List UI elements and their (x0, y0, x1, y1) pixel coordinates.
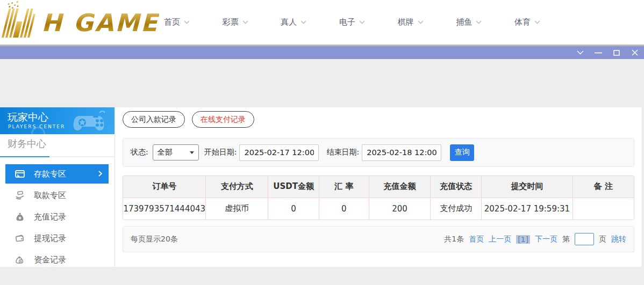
cell-submit-time: 2025-02-17 19:59:31 (482, 198, 573, 220)
total-count-text: 共1条 (444, 235, 464, 244)
table-header-row: 订单号 支付方式 USDT金额 汇 率 充值金额 充值状态 提交时间 备 注 (123, 176, 634, 198)
page-size-text: 每页显示20条 (131, 235, 178, 244)
prev-page-link[interactable]: 上一页 (489, 235, 511, 244)
record-tabs: 公司入款记录 在线支付记录 (123, 111, 254, 128)
tab-company-deposit-records[interactable]: 公司入款记录 (123, 111, 185, 128)
sidebar-divider (115, 107, 115, 267)
sidebar-item-funds-records[interactable]: $ 资金记录 (5, 250, 109, 269)
chevron-down-icon (418, 20, 424, 24)
nav-item-cards[interactable]: 棋牌 (398, 17, 424, 27)
sidebar-item-label: 资金记录 (34, 255, 66, 265)
window-titlebar (0, 46, 644, 59)
jump-page-input[interactable] (575, 233, 594, 245)
window-controls (576, 46, 639, 59)
logo-text: H GAME (41, 9, 159, 37)
sidebar-menu: 存款专区 取款专区 ¥ 充值记录 提现 (5, 164, 109, 272)
cell-payment-method: 虚拟币 (206, 198, 268, 220)
cell-recharge-status: 支付成功 (431, 198, 482, 220)
section-underline-accent (0, 156, 49, 157)
wallet-icon (15, 233, 25, 243)
cell-recharge-amount: 200 (369, 198, 431, 220)
sidebar-item-withdraw[interactable]: 取款专区 (5, 186, 109, 205)
nav-item-label: 棋牌 (398, 17, 414, 27)
maximize-icon (613, 50, 620, 56)
deposit-card-icon (15, 169, 25, 179)
query-button[interactable]: 查询 (450, 144, 474, 161)
nav-item-label: 电子 (339, 17, 355, 27)
close-button[interactable] (631, 49, 639, 56)
sidebar-item-withdrawal-records[interactable]: 提现记录 (5, 229, 109, 248)
col-submit-time: 提交时间 (482, 176, 573, 198)
players-center-banner: 玩家中心 PLAYERS CENTER (0, 107, 115, 134)
start-date-label: 开始日期: (204, 148, 237, 157)
status-select[interactable]: 全部 (153, 144, 199, 160)
col-exchange-rate: 汇 率 (319, 176, 369, 198)
logo-bars-decoration (2, 8, 41, 38)
nav-item-label: 捕鱼 (456, 17, 472, 27)
brand-logo[interactable]: H GAME (5, 5, 159, 40)
main-nav: 首页 彩票 真人 电子 棋牌 捕鱼 (164, 0, 540, 45)
minimize-icon (595, 52, 602, 54)
nav-item-label: 彩票 (223, 17, 239, 27)
filter-bar: 状态: 全部 开始日期: 结束日期: 查询 (123, 138, 634, 167)
close-icon (632, 49, 638, 56)
sidebar-item-label: 存款专区 (34, 169, 66, 179)
jump-go-link[interactable]: 跳转 (611, 235, 626, 244)
minimize-button[interactable] (595, 49, 602, 56)
cell-order-number: 1739793571444043 (123, 198, 206, 220)
chevron-down-icon (534, 20, 540, 24)
end-date-label: 结束日期: (326, 148, 359, 157)
sidebar-item-deposit[interactable]: 存款专区 (5, 164, 109, 184)
content-panel: 玩家中心 PLAYERS CENTER 财务中心 存款专区 (0, 107, 641, 267)
collapse-button[interactable] (576, 49, 584, 56)
nav-item-live[interactable]: 真人 (281, 17, 306, 27)
chevron-down-icon (242, 20, 248, 24)
money-bag-icon: ¥ (15, 212, 25, 222)
start-date-input[interactable] (239, 144, 319, 161)
hand-money-icon (15, 191, 25, 200)
end-date-input[interactable] (362, 144, 441, 161)
chevron-down-icon (359, 20, 365, 24)
nav-item-label: 首页 (164, 17, 180, 27)
sidebar-item-label: 充值记录 (34, 212, 66, 222)
svg-text:$: $ (20, 260, 22, 263)
select-caret-icon (190, 151, 194, 154)
pager: 共1条 首页 上一页 [1] 下一页 第 页 跳转 (444, 233, 626, 245)
maximize-button[interactable] (613, 49, 620, 56)
cell-remark (573, 198, 634, 220)
nav-item-label: 体育 (514, 17, 531, 27)
finance-center-heading: 财务中心 (8, 137, 46, 150)
chevron-down-icon (184, 20, 190, 24)
nav-item-fishing[interactable]: 捕鱼 (456, 17, 482, 27)
site-header: H GAME 首页 彩票 真人 电子 棋牌 (0, 0, 644, 45)
sidebar-item-label: 提现记录 (34, 233, 66, 244)
chevron-down-icon (476, 20, 482, 24)
nav-item-slots[interactable]: 电子 (339, 17, 365, 27)
records-table: 订单号 支付方式 USDT金额 汇 率 充值金额 充值状态 提交时间 备 注 1… (123, 176, 634, 220)
players-center-title: 玩家中心 (8, 111, 48, 125)
logo-dots-decoration (8, 3, 10, 5)
nav-item-home[interactable]: 首页 (164, 17, 190, 27)
current-page-indicator: [1] (516, 235, 530, 244)
nav-item-lottery[interactable]: 彩票 (223, 17, 248, 27)
status-select-value: 全部 (158, 148, 173, 157)
col-remark: 备 注 (573, 176, 634, 198)
next-page-link[interactable]: 下一页 (535, 235, 557, 244)
nav-item-label: 真人 (281, 17, 297, 27)
col-order-number: 订单号 (123, 176, 206, 198)
jump-suffix-text: 页 (599, 235, 606, 244)
jump-prefix-text: 第 (562, 235, 570, 244)
chevron-down-icon (577, 50, 584, 55)
table-row: 1739793571444043 虚拟币 0 0 200 支付成功 2025-0… (123, 198, 634, 220)
chevron-right-icon (98, 169, 102, 179)
app-window: H GAME 首页 彩票 真人 电子 棋牌 (0, 0, 644, 285)
sidebar-item-label: 取款专区 (34, 191, 66, 201)
nav-item-sports[interactable]: 体育 (514, 17, 540, 27)
tab-online-payment-records[interactable]: 在线支付记录 (192, 111, 254, 128)
gamepad-icon (71, 108, 111, 134)
sidebar-item-recharge-records[interactable]: ¥ 充值记录 (5, 207, 109, 226)
first-page-link[interactable]: 首页 (469, 235, 484, 244)
col-recharge-status: 充值状态 (431, 176, 482, 198)
col-recharge-amount: 充值金额 (369, 176, 431, 198)
cell-exchange-rate: 0 (319, 198, 369, 220)
